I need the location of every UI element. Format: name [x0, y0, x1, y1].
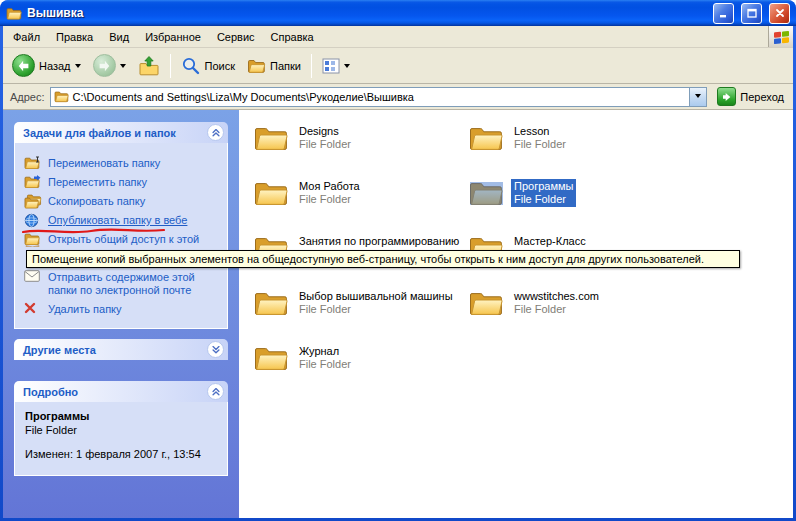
folders-label: Папки	[270, 60, 301, 72]
close-icon	[775, 8, 785, 18]
folder-type: File Folder	[299, 358, 351, 371]
task-item-move-folder[interactable]: Переместить папку	[24, 176, 222, 189]
expand-button[interactable]	[207, 341, 224, 358]
task-item-rename-folder[interactable]: Переименовать папку	[24, 157, 222, 170]
forward-button[interactable]	[88, 51, 131, 80]
task-item-publish-folder-web[interactable]: Опубликовать папку в вебе	[24, 214, 222, 228]
file-tasks-panel: Задачи для файлов и папок Переи	[14, 122, 228, 329]
go-button[interactable]: Переход	[712, 87, 789, 106]
close-button[interactable]	[769, 3, 790, 24]
folder-name: Занятия по программированию	[299, 235, 459, 248]
file-tasks-header[interactable]: Задачи для файлов и папок	[14, 122, 228, 143]
task-pane: Задачи для файлов и папок Переи	[3, 110, 239, 518]
copy-folder-icon	[24, 194, 42, 209]
minimize-icon	[719, 8, 729, 18]
menu-item-edit[interactable]: Правка	[48, 27, 101, 47]
file-tasks-title: Задачи для файлов и папок	[23, 127, 176, 139]
collapse-button[interactable]	[207, 383, 224, 400]
menu-item-favorites[interactable]: Избранное	[137, 27, 209, 47]
toolbar-separator	[311, 54, 312, 78]
folder-type: File Folder	[299, 303, 453, 316]
folder-name: Мастер-Класс	[514, 235, 586, 248]
task-item-copy-folder[interactable]: Скопировать папку	[24, 195, 222, 209]
folder-item[interactable]: DesignsFile Folder	[254, 124, 466, 152]
window-title: Вышивка	[27, 6, 706, 20]
forward-dropdown-icon[interactable]	[120, 64, 126, 71]
task-item-email-folder[interactable]: Отправить содержимое этой папки по элект…	[24, 271, 222, 297]
views-icon	[322, 58, 340, 74]
task-item-delete-folder[interactable]: Удалить папку	[24, 303, 222, 316]
up-folder-icon	[138, 55, 160, 77]
details-body: Программы File Folder Изменен: 1 февраля…	[14, 402, 228, 476]
spacer	[14, 329, 228, 339]
address-combobox[interactable]: C:\Documents and Settings\Liza\My Docume…	[50, 87, 708, 107]
address-label: Адрес:	[7, 91, 45, 103]
share-folder-icon	[24, 232, 42, 247]
rename-folder-icon	[24, 156, 42, 170]
back-label: Назад	[39, 60, 71, 72]
folders-button[interactable]: Папки	[242, 55, 306, 77]
back-button[interactable]: Назад	[7, 51, 86, 80]
menu-item-help[interactable]: Справка	[263, 27, 322, 47]
folder-icon	[254, 124, 288, 151]
maximize-button[interactable]	[741, 3, 762, 24]
forward-icon	[93, 54, 116, 77]
maximize-icon	[747, 8, 757, 18]
search-button[interactable]: Поиск	[176, 53, 240, 79]
windows-logo-icon	[768, 26, 793, 47]
folder-item[interactable]: ЖурналFile Folder	[254, 344, 466, 372]
folder-name: Программы	[514, 180, 573, 193]
chevron-down-icon	[211, 344, 221, 355]
menu-item-tools[interactable]: Сервис	[209, 27, 263, 47]
back-icon	[12, 54, 35, 77]
chevron-up-icon	[211, 386, 221, 397]
views-dropdown-icon[interactable]	[344, 64, 350, 71]
search-label: Поиск	[205, 60, 235, 72]
other-places-title: Другие места	[23, 344, 96, 356]
folder-type: File Folder	[514, 303, 599, 316]
folder-name: Designs	[299, 125, 351, 138]
go-icon	[717, 87, 736, 106]
up-button[interactable]	[133, 52, 165, 80]
folder-name: Выбор вышивальной машины	[299, 290, 453, 303]
address-dropdown-button[interactable]	[689, 88, 706, 106]
folder-item[interactable]: wwwstitches.comFile Folder	[469, 289, 681, 317]
title-bar[interactable]: Вышивка	[0, 0, 796, 26]
folder-item[interactable]: Моя РаботаFile Folder	[254, 179, 466, 207]
collapse-button[interactable]	[207, 124, 224, 141]
folder-type: File Folder	[514, 138, 566, 151]
address-path: C:\Documents and Settings\Liza\My Docume…	[73, 91, 414, 103]
folder-item-selected[interactable]: ПрограммыFile Folder	[469, 179, 681, 207]
folder-name: Lesson	[514, 125, 566, 138]
folders-icon	[247, 58, 266, 74]
details-modified: Изменен: 1 февраля 2007 г., 13:54	[25, 448, 217, 460]
folder-icon	[469, 124, 503, 151]
details-type: File Folder	[25, 424, 217, 436]
minimize-button[interactable]	[713, 3, 734, 24]
menu-item-file[interactable]: Файл	[5, 27, 48, 47]
window-body: Задачи для файлов и папок Переи	[3, 110, 793, 518]
file-list: DesignsFile Folder LessonFile Folder Моя…	[239, 110, 793, 518]
details-panel: Подробно Программы File Folder Изменен: …	[14, 381, 228, 476]
menu-item-view[interactable]: Вид	[101, 27, 137, 47]
task-item-share-folder[interactable]: Открыть общий доступ к этой	[24, 233, 222, 247]
other-places-panel: Другие места	[14, 339, 228, 360]
details-title: Подробно	[23, 386, 78, 398]
window-chrome: Файл Правка Вид Избранное Сервис Справка	[3, 26, 793, 518]
go-label: Переход	[740, 91, 784, 103]
folder-item[interactable]: Выбор вышивальной машиныFile Folder	[254, 289, 466, 317]
other-places-header[interactable]: Другие места	[14, 339, 228, 360]
back-dropdown-icon[interactable]	[75, 64, 81, 71]
folder-item[interactable]: LessonFile Folder	[469, 124, 681, 152]
views-button[interactable]	[317, 55, 355, 77]
explorer-window: Вышивка Файл Правка Вид Избранное Сервис…	[0, 0, 796, 521]
folder-name: Моя Работа	[299, 180, 360, 193]
details-header[interactable]: Подробно	[14, 381, 228, 402]
folder-icon	[469, 179, 503, 206]
folder-icon	[254, 289, 288, 316]
folder-icon	[254, 179, 288, 206]
folder-name: Журнал	[299, 345, 351, 358]
spacer	[14, 360, 228, 381]
folder-icon	[254, 344, 288, 371]
delete-icon	[24, 302, 42, 314]
